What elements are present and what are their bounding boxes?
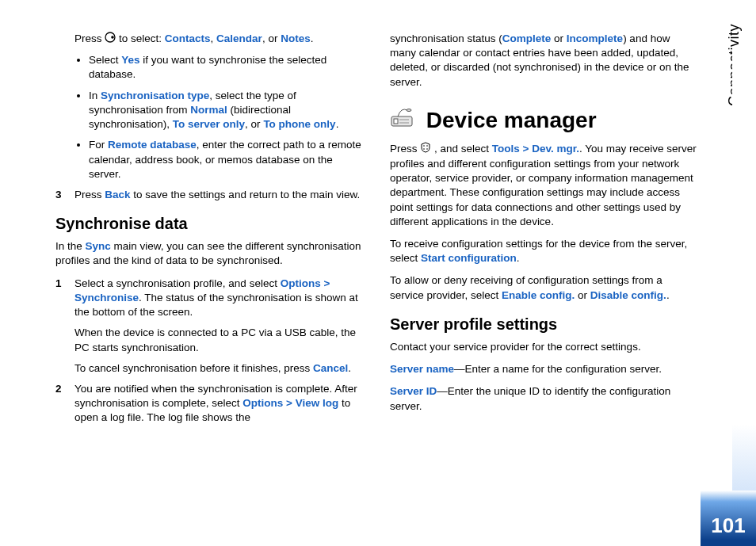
- svg-point-9: [423, 148, 425, 150]
- server-name-line: Server name—Enter a name for the configu…: [390, 362, 697, 376]
- svg-point-7: [423, 145, 425, 147]
- step-number: 3: [55, 188, 70, 202]
- svg-rect-5: [399, 122, 409, 124]
- chapter-row: Device manager: [390, 97, 697, 142]
- step-text: You are notified when the synchronisatio…: [70, 382, 363, 426]
- step-3: 3 Press Back to save the settings and re…: [55, 188, 363, 202]
- bullet-item: In Synchronisation type, select the type…: [89, 89, 363, 132]
- svg-point-6: [407, 109, 411, 112]
- step-text: Select a synchronisation profile, and se…: [70, 277, 363, 320]
- side-gradient: [732, 47, 756, 491]
- step-1-sub2: To cancel synchronisation before it fini…: [74, 361, 363, 376]
- svg-point-8: [426, 145, 428, 147]
- devmgr-p1: Press , and select Tools > Dev. mgr.. Yo…: [390, 142, 697, 229]
- menu-key-icon: [420, 142, 431, 157]
- devmgr-p2: To receive configuration settings for th…: [390, 237, 697, 265]
- step-number: 1: [55, 277, 70, 320]
- step-1: 1 Select a synchronisation profile, and …: [55, 277, 363, 320]
- devmgr-p3: To allow or deny receiving of configurat…: [390, 273, 697, 302]
- left-column: Press to select: Contacts, Calendar, or …: [55, 32, 363, 432]
- heading-device-manager: Device manager: [426, 105, 597, 136]
- svg-point-10: [426, 148, 428, 150]
- heading-server-profile: Server profile settings: [390, 314, 697, 335]
- sync-intro: In the Sync main view, you can see the d…: [55, 239, 363, 268]
- step-2: 2 You are notified when the synchronisat…: [55, 382, 363, 426]
- svg-rect-3: [394, 119, 398, 124]
- two-column-layout: Press to select: Contacts, Calendar, or …: [55, 32, 697, 432]
- svg-point-1: [111, 36, 114, 39]
- page-body: Press to select: Contacts, Calendar, or …: [55, 32, 697, 515]
- press-select-line: Press to select: Contacts, Calendar, or …: [74, 32, 363, 47]
- server-id-line: Server ID—Enter the unique ID to identif…: [390, 384, 697, 413]
- right-column: synchronisation status (Complete or Inco…: [390, 32, 697, 432]
- step-text: Press Back to save the settings and retu…: [70, 188, 363, 202]
- bullet-item: Select Yes if you want to synchronise th…: [89, 53, 363, 82]
- step-number: 2: [55, 382, 70, 426]
- page-number-corner: 101: [701, 491, 756, 546]
- continuation-paragraph: synchronisation status (Complete or Inco…: [390, 32, 697, 90]
- step-1-sub1: When the device is connected to a PC via…: [74, 326, 363, 354]
- svg-rect-4: [399, 119, 409, 120]
- joystick-icon: [105, 32, 116, 47]
- heading-synchronise-data: Synchronise data: [55, 213, 363, 235]
- server-intro: Contact your service provider for the co…: [390, 340, 697, 354]
- device-manager-icon: [390, 105, 418, 133]
- bullet-item: For Remote database, enter the correct p…: [89, 138, 363, 181]
- page-number: 101: [711, 512, 745, 540]
- bullet-list: Select Yes if you want to synchronise th…: [74, 53, 363, 181]
